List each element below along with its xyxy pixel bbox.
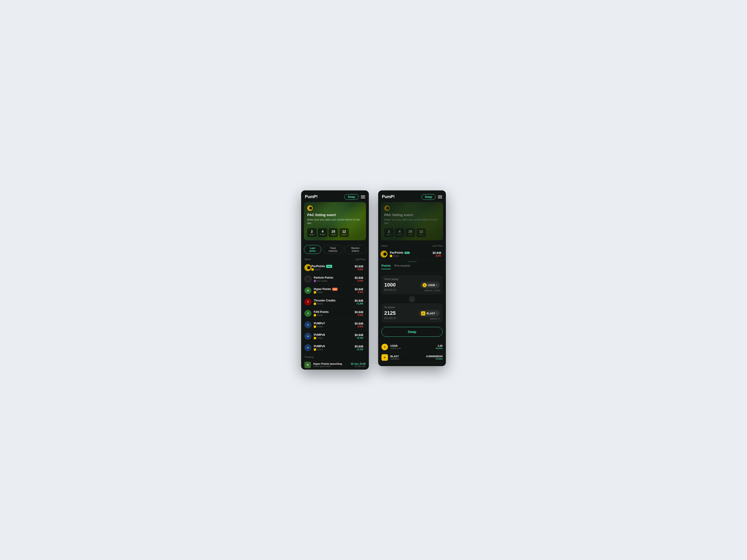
hyper-price: $0.848 -0.5%	[355, 288, 363, 294]
pumpv6-change: +2.1%	[355, 337, 363, 339]
receiving-amount: 2125	[384, 310, 396, 316]
partial-coin-sub-text: Points	[393, 255, 399, 257]
paying-label: You're paying	[384, 278, 440, 281]
pumpv5-price: $0.848 +2.1%	[355, 345, 363, 351]
swap-button-right[interactable]: Swap	[421, 194, 436, 200]
paying-token-block: $ USDB ▾ Balance: 12,000	[420, 282, 440, 292]
pacpoints-name: PacPoints	[311, 265, 325, 268]
bottom-token-usdb[interactable]: $ USDB USDB Coin 1.00 +0.01%	[382, 342, 443, 352]
trending-title-left: Trending	[304, 356, 365, 358]
thruster-info: Thruster Credits Points	[314, 299, 355, 305]
coin-row-pumpv7[interactable]: Pi PUMPv7 Points $0.848 -0.5% ›	[303, 319, 367, 331]
fan-price-val: $0.848	[355, 311, 363, 314]
pumpv7-chevron: ›	[365, 323, 365, 326]
fan-sub-text: Points	[317, 314, 323, 316]
blast-bottom-value: 0.0000000034 +0.31%	[426, 355, 443, 360]
blast-icon: B	[421, 311, 425, 316]
banner-right: PAC listing soon! Make sure you claim yo…	[381, 202, 443, 241]
countdown-mins-val-left: 25	[331, 230, 336, 233]
pumpv6-price: $0.848 +2.1%	[355, 334, 363, 339]
pumpv7-icon: Pi	[304, 321, 311, 328]
pumpv7-price-val: $0.848	[355, 322, 363, 325]
particle-change: -0.5%	[355, 279, 363, 282]
banner-left: PAC listing soon! Make sure you claim yo…	[304, 202, 366, 241]
countdown-secs-label-right: secs	[418, 233, 424, 236]
col-name-right: Name	[382, 244, 388, 247]
pacpoints-price-val: $0.848	[355, 265, 363, 268]
coin-row-pumpv6[interactable]: Pi PUMPv6 Points $0.848 +2.1% ›	[303, 331, 367, 342]
blast-token-selector[interactable]: B BLAST ▾	[419, 310, 440, 317]
trending-row-1[interactable]: H Hyper Points launching Lorem ipsum dol…	[304, 360, 365, 370]
swap-button-left[interactable]: Swap	[344, 194, 359, 200]
countdown-mins-left: 25 mins	[329, 228, 338, 237]
bottom-tokens: $ USDB USDB Coin 1.00 +0.01% B BLAST Saf…	[378, 342, 446, 366]
partial-coin-badge: New	[405, 252, 410, 254]
pacpoints-sub-icon	[311, 268, 314, 271]
pumpv7-sub-icon	[314, 325, 316, 328]
swap-tab-premarket[interactable]: Pre-market	[394, 264, 410, 269]
col-price-right: Last Price	[432, 244, 443, 247]
countdown-mins-right: 25 mins	[406, 228, 415, 237]
pumpv6-icon: Pi	[304, 333, 311, 340]
table-header-left: Name Last Price	[301, 257, 369, 262]
thruster-price-val: $0.848	[355, 299, 363, 302]
fan-name: FAN Points	[314, 310, 329, 314]
fan-price: $0.848 -0.5%	[355, 311, 363, 316]
usdb-token-name: USDB	[428, 284, 435, 287]
partial-coin-name: PacPoints	[390, 251, 403, 254]
pacpoints-badge: New	[326, 265, 332, 268]
countdown-secs-right: 12 secs	[416, 228, 426, 237]
menu-icon-left[interactable]	[361, 195, 365, 198]
tab-market-status[interactable]: Market status	[344, 245, 366, 254]
usdb-bottom-icon: $	[382, 344, 388, 350]
pumpv7-price: $0.848 -0.5%	[355, 322, 363, 328]
partial-coin-price: $0.848 -0.5%	[433, 251, 441, 257]
menu-icon-right[interactable]	[438, 195, 442, 198]
particle-name: Particle Points	[314, 276, 333, 279]
swap-tab-points[interactable]: Points	[382, 264, 391, 269]
coin-row-fan[interactable]: f FAN Points Points $0.848 -0.5% ›	[303, 308, 367, 319]
tab-last-price[interactable]: Last price	[304, 245, 321, 254]
paying-box: You're paying 1000 $10,250.10 $ USDB ▾ B…	[382, 275, 443, 294]
pumpv6-price-val: $0.848	[355, 334, 363, 337]
banner-subtitle-left: Make sure you claim your points before i…	[307, 218, 363, 225]
usdb-icon: $	[422, 283, 427, 287]
thruster-icon: T	[304, 298, 311, 305]
fan-info: FAN Points Points	[314, 310, 355, 316]
countdown-hours-left: 4 hours	[318, 228, 327, 237]
pumpv5-price-val: $0.848	[355, 345, 363, 348]
blast-bottom-info: BLAST SafeBlast	[390, 355, 426, 360]
usdb-bottom-name: USDB	[390, 344, 435, 347]
usdb-token-selector[interactable]: $ USDB ▾	[420, 282, 440, 288]
partial-coin-sub-icon	[390, 255, 392, 257]
pumpv5-chevron: ›	[365, 346, 365, 349]
bottom-token-blast[interactable]: B BLAST SafeBlast 0.0000000034 +0.31%	[382, 352, 443, 363]
countdown-secs-label-left: secs	[341, 233, 347, 236]
partial-coin-row[interactable]: PacPoints New Points $0.848 -0.5% ›	[378, 248, 446, 260]
trending-info-1: Hyper Points launching Lorem ipsum dolor	[313, 363, 351, 368]
blast-bottom-name: BLAST	[390, 355, 426, 358]
coin-row-pumpv5[interactable]: Pi PUMPv5 Points $0.848 +2.1% ›	[303, 342, 367, 353]
col-name-left: Name	[304, 258, 311, 261]
coin-row-thruster[interactable]: T Thruster Credits Points $0.848 +1.5% ›	[303, 296, 367, 308]
swap-direction-button[interactable]: ↓	[409, 296, 415, 302]
coin-list-left: PacPoints New Points $0.848 -0.5% › ○	[301, 262, 369, 353]
trending-date-1: 02 Jun, 21:00	[351, 363, 365, 365]
pumpv6-name: PUMPv6	[314, 333, 325, 337]
fan-chevron: ›	[365, 312, 365, 315]
coin-row-pacpoints[interactable]: PacPoints New Points $0.848 -0.5% ›	[303, 262, 367, 273]
usdb-bottom-sub: USDB Coin	[390, 347, 435, 349]
countdown-days-val-right: 2	[386, 230, 392, 233]
tab-total-volume[interactable]: Total volume	[323, 245, 343, 254]
scroll-indicator	[407, 261, 417, 262]
swap-main-button[interactable]: Swap	[382, 327, 443, 337]
partial-coin-icon	[381, 250, 387, 258]
particle-icon: ○	[304, 275, 311, 283]
countdown-hours-val-right: 4	[397, 230, 403, 233]
coin-row-hyper[interactable]: H Hyper Points Hot Points $0.848 -0.5% ›	[303, 285, 367, 296]
logo-left: PumP!	[305, 194, 318, 199]
coin-row-particle[interactable]: ○ Particle Points Pre-market $0.848 -0.5…	[303, 273, 367, 285]
paying-amount-block: 1000 $10,250.10	[384, 282, 396, 291]
receiving-balance: Balance: 0	[419, 318, 440, 320]
countdown-days-right: 2 days	[384, 228, 393, 237]
